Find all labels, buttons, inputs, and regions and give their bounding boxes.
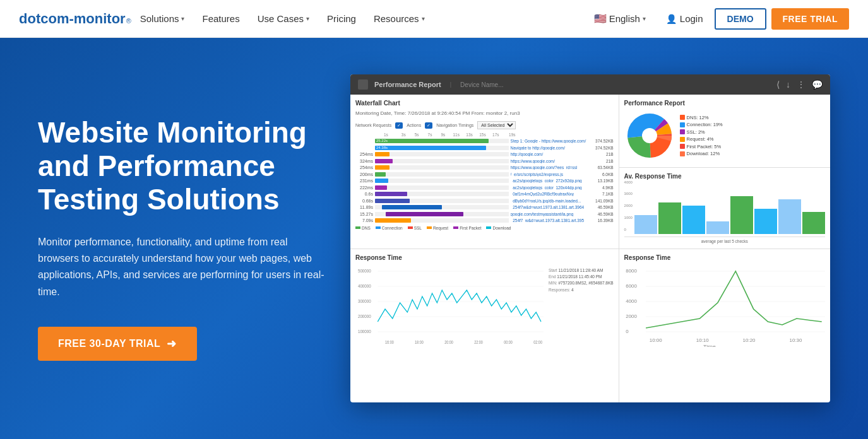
svg-text:4000: 4000 [626,298,637,303]
svg-text:20:00: 20:00 [444,339,453,344]
svg-text:8000: 8000 [626,268,637,273]
dash-row-top: Waterfall Chart Monitoring Date, Time: 7… [350,95,830,249]
pie-chart-area: DNS: 12% Connection: 19% SSL: 2% [624,110,825,161]
svg-text:2000: 2000 [626,313,637,319]
bar [658,202,681,234]
av-response-panel: Av. Response Time 4000 3000 2000 1000 0 [619,168,830,249]
svg-text:00:00: 00:00 [504,339,513,344]
wf-row: 254ms https://www.google.com/?ees_rd=ssl… [355,165,614,170]
arrow-icon: ➜ [167,337,177,351]
svg-text:22:00: 22:00 [474,339,483,344]
hero-content: Website Monitoring and Performance Testi… [38,116,325,361]
wf-row: 24.38s Navigate to http://google.com/ 37… [355,145,614,151]
chevron-down-icon: ▾ [643,15,646,22]
svg-text:18:00: 18:00 [415,339,424,344]
timeline: 1s 3s 5s 7s 9s 11s 13s 15s 17s 19s [384,132,516,137]
nav-timings-label: Navigation Timings [436,123,473,127]
svg-text:02:00: 02:00 [533,339,542,344]
dash-title: Performance Report [374,81,441,88]
waterfall-panel: Waterfall Chart Monitoring Date, Time: 7… [350,95,619,249]
legend-item: DNS: 12% [680,115,723,120]
bar [778,199,801,234]
svg-text:10:00: 10:00 [649,337,662,342]
svg-text:500000: 500000 [358,268,371,274]
wf-row: 324ms https://www.google.com/ 21B [355,158,614,164]
wf-row: 7.09s _254f7_w&d=wuxt.1973.alt.1381.art.… [355,218,614,223]
svg-text:10:10: 10:10 [696,337,708,342]
svg-text:Time: Time [437,346,446,347]
wf-row: 0.6s _0af1m4mQyd2u2RBcf9outraxNxy 7.1KB [355,191,614,197]
flag-icon: 🇺🇸 [594,13,607,25]
hero-description: Monitor performance, functionality, and … [38,234,325,301]
svg-text:6000: 6000 [626,283,637,288]
chart-x-label: average per last 5 checks [624,239,825,243]
pie-chart [624,110,675,161]
more-icon[interactable]: ⋮ [797,79,806,90]
wf-legend: DNS Connection SSL Request First Packet … [355,226,614,230]
share-icon[interactable]: ⟨ [776,79,780,90]
nav-links: Solutions ▾ Features Use Cases ▾ Pricing… [131,0,585,38]
logo-reg: ® [126,17,131,25]
svg-point-8 [642,128,657,143]
svg-text:200000: 200000 [358,313,371,319]
download-icon[interactable]: ↓ [786,79,790,90]
legend-item: Connection: 19% [680,122,723,127]
dash-header: Performance Report | Device Name... ⟨ ↓ … [350,74,830,95]
free-trial-button[interactable]: FREE TRIAL [771,8,849,30]
timing-select[interactable]: All Selected [477,121,516,129]
actions-checkbox[interactable]: ✓ [425,122,432,129]
perf-report-panel: Performance Report [619,95,830,168]
svg-text:0: 0 [626,329,628,334]
waterfall-subtitle: Monitoring Date, Time: 7/26/2018 at 9:26… [355,110,614,116]
wf-row: 231ms _ac2s/googlelogs_color_272x92dp.pn… [355,178,614,184]
bar [682,206,705,234]
wf-row: 254ms http://google.com/ 21B [355,151,614,157]
chat-icon[interactable]: 💬 [812,79,823,90]
wf-row: 11.89s _254f7w&d=wuxt.1973.alt.1381.art.… [355,204,614,210]
nav-solutions[interactable]: Solutions ▾ [131,0,194,38]
av-response-title: Av. Response Time [624,173,825,180]
chevron-down-icon: ▾ [422,15,425,22]
hero-section: Website Monitoring and Performance Testi… [0,38,868,439]
bar [634,215,657,234]
controls-label: Network Requests [355,123,391,127]
nav-features[interactable]: Features [193,0,248,38]
chevron-down-icon: ▾ [181,15,184,22]
resp-chart-info: Start 11/21/2018 11:28:40 AM End 11/21/2… [549,267,614,396]
svg-text:Time: Time [703,343,716,346]
svg-text:100000: 100000 [358,329,371,334]
svg-text:300000: 300000 [358,298,371,304]
resp-title-1: Response Time [355,254,614,261]
legend-item: Request: 4% [680,136,723,142]
resp-title-2: Response Time [624,254,825,261]
logo[interactable]: dotcom-monitor® [19,11,131,27]
nav-right: 🇺🇸 English ▾ 👤 Login DEMO FREE TRIAL [585,0,849,38]
pie-legend: DNS: 12% Connection: 19% SSL: 2% [680,115,723,157]
waterfall-title: Waterfall Chart [355,100,614,107]
svg-text:10:20: 10:20 [742,337,755,342]
navbar: dotcom-monitor® Solutions ▾ Features Use… [0,0,868,38]
bar [730,196,753,234]
legend-item: Download: 12% [680,151,723,156]
demo-button[interactable]: DEMO [715,8,766,30]
nav-language[interactable]: 🇺🇸 English ▾ [585,0,655,38]
logo-text: dotcom-monitor [19,11,126,27]
nav-use-cases[interactable]: Use Cases ▾ [249,0,318,38]
wf-row: 0.68s _dByb0dYroaU/s.jpg/db-main.loaded.… [355,198,614,204]
dash-icon [358,79,368,90]
network-checkbox[interactable]: ✓ [395,122,403,129]
response-time-chart-2: 8000 6000 4000 2000 0 [624,265,825,347]
bar [706,221,729,234]
bar [802,212,825,234]
nav-resources[interactable]: Resources ▾ [365,0,434,38]
hero-cta-button[interactable]: FREE 30-DAY TRIAL ➜ [38,327,197,361]
wf-row: 222ms _ac2s/googlelogs_color_120x44dp.pn… [355,185,614,190]
legend-item: SSL: 2% [680,129,723,135]
bar-chart: 4000 3000 2000 1000 0 [624,184,825,237]
svg-text:16:00: 16:00 [385,339,394,344]
wf-row: 200ms /_e/src/scripts/yo2/express.js 6.0… [355,172,614,177]
nav-login[interactable]: 👤 Login [660,13,710,24]
nav-pricing[interactable]: Pricing [318,0,365,38]
dash-body: Waterfall Chart Monitoring Date, Time: 7… [350,95,830,402]
dash-device: Device Name... [460,81,503,88]
